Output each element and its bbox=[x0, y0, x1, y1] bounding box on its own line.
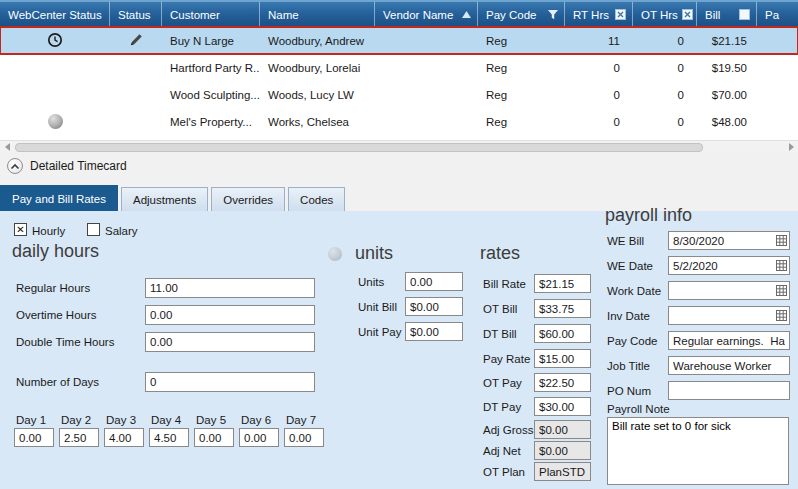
customer-cell: Hartford Party R... bbox=[162, 62, 260, 74]
timecard-row[interactable]: Hartford Party R... Woodbury, Lorelai Re… bbox=[0, 54, 798, 81]
we-date-input[interactable] bbox=[668, 256, 790, 275]
day6-input[interactable] bbox=[239, 428, 279, 447]
scrollbar-thumb[interactable] bbox=[15, 143, 703, 152]
payroll-note-textarea[interactable]: Bill rate set to 0 for sick bbox=[607, 417, 789, 485]
calendar-icon[interactable] bbox=[776, 285, 787, 299]
double-time-hours-label: Double Time Hours bbox=[16, 335, 114, 349]
column-header-vendor-name[interactable]: Vendor Name bbox=[375, 2, 478, 27]
column-header-customer[interactable]: Customer bbox=[162, 2, 260, 27]
tab-codes[interactable]: Codes bbox=[288, 187, 345, 211]
dt-pay-input[interactable] bbox=[534, 397, 591, 416]
units-input[interactable] bbox=[405, 272, 463, 291]
detail-tabs: Pay and Bill Rates Adjustments Overrides… bbox=[0, 185, 345, 211]
salary-checkbox[interactable] bbox=[87, 223, 100, 236]
column-header-pay-code[interactable]: Pay Code bbox=[478, 2, 565, 27]
adj-gross-label: Adj Gross bbox=[483, 423, 534, 437]
hourly-label: Hourly bbox=[32, 224, 65, 238]
collapse-detail-button[interactable] bbox=[7, 158, 23, 174]
pay-code-input[interactable] bbox=[668, 331, 790, 350]
timecard-app: { "grid": { "headers": { "webcenter": "W… bbox=[0, 0, 798, 489]
scroll-left-button[interactable] bbox=[0, 141, 14, 153]
day7-input[interactable] bbox=[284, 428, 324, 447]
day4-input[interactable] bbox=[149, 428, 189, 447]
clear-filter-icon[interactable] bbox=[611, 9, 626, 20]
pay-code-cell: Reg bbox=[478, 89, 565, 101]
column-label: RT Hrs bbox=[573, 9, 609, 21]
column-label: Vendor Name bbox=[383, 9, 453, 21]
pay-code-cell: Reg bbox=[478, 116, 565, 128]
unit-bill-input[interactable] bbox=[405, 297, 463, 316]
clear-filter-icon[interactable] bbox=[678, 9, 693, 20]
scroll-right-button[interactable] bbox=[784, 141, 798, 153]
webcenter-status-cell bbox=[0, 32, 110, 50]
we-bill-datefield bbox=[668, 231, 790, 250]
double-time-hours-input[interactable] bbox=[145, 332, 315, 352]
ot-pay-input[interactable] bbox=[534, 373, 591, 392]
po-num-input[interactable] bbox=[668, 381, 790, 400]
filter-icon[interactable] bbox=[544, 10, 558, 20]
day5-input[interactable] bbox=[194, 428, 234, 447]
tab-overrides[interactable]: Overrides bbox=[211, 187, 285, 211]
ot-bill-label: OT Bill bbox=[483, 302, 517, 316]
unit-pay-input[interactable] bbox=[405, 322, 463, 341]
bill-rate-label: Bill Rate bbox=[483, 277, 526, 291]
sort-asc-icon[interactable] bbox=[458, 11, 471, 18]
we-bill-input[interactable] bbox=[668, 231, 790, 250]
column-filter-box-icon[interactable] bbox=[735, 9, 750, 20]
horizontal-scrollbar[interactable] bbox=[0, 140, 798, 153]
timecard-row[interactable]: Wood Sculpting... Woods, Lucy LW Reg 0 0… bbox=[0, 81, 798, 108]
column-header-rt-hrs[interactable]: RT Hrs bbox=[565, 2, 633, 27]
column-label: Pay Code bbox=[486, 9, 537, 21]
pay-rate-label: Pay Rate bbox=[483, 352, 530, 366]
ot-pay-label: OT Pay bbox=[483, 376, 522, 390]
overtime-hours-input[interactable] bbox=[145, 305, 315, 325]
column-header-ot-hrs[interactable]: OT Hrs bbox=[633, 2, 697, 27]
customer-cell: Wood Sculpting... bbox=[162, 89, 260, 101]
dt-bill-input[interactable] bbox=[534, 324, 591, 343]
day6-label: Day 6 bbox=[241, 413, 271, 427]
column-header-webcenter-status[interactable]: WebCenter Status bbox=[0, 2, 110, 27]
column-label: Pa bbox=[765, 9, 779, 21]
customer-cell: Buy N Large bbox=[162, 35, 260, 47]
ot-bill-input[interactable] bbox=[534, 299, 591, 318]
column-header-name[interactable]: Name bbox=[260, 2, 375, 27]
column-header-pay[interactable]: Pa bbox=[757, 2, 798, 27]
chevron-up-icon bbox=[10, 159, 20, 173]
column-header-status[interactable]: Status bbox=[110, 2, 162, 27]
job-title-input[interactable] bbox=[668, 356, 790, 375]
calendar-icon[interactable] bbox=[776, 310, 787, 324]
regular-hours-label: Regular Hours bbox=[16, 281, 90, 295]
salary-label: Salary bbox=[105, 224, 138, 238]
calendar-icon[interactable] bbox=[776, 260, 787, 274]
rt-hrs-cell: 0 bbox=[565, 89, 633, 101]
work-date-input[interactable] bbox=[668, 281, 790, 300]
column-header-bill[interactable]: Bill bbox=[697, 2, 757, 27]
number-of-days-label: Number of Days bbox=[16, 375, 99, 389]
day3-input[interactable] bbox=[104, 428, 144, 447]
day5-label: Day 5 bbox=[196, 413, 226, 427]
hourly-checkbox[interactable] bbox=[14, 223, 27, 236]
column-label: OT Hrs bbox=[641, 9, 678, 21]
rt-hrs-cell: 0 bbox=[565, 116, 633, 128]
timecard-grid: Buy N Large Woodbury, Andrew Reg 11 0 $2… bbox=[0, 27, 798, 140]
pay-code-label: Pay Code bbox=[607, 334, 658, 348]
day2-label: Day 2 bbox=[61, 413, 91, 427]
day2-input[interactable] bbox=[59, 428, 99, 447]
ot-plan-field bbox=[534, 462, 591, 481]
calendar-icon[interactable] bbox=[776, 235, 787, 249]
number-of-days-input[interactable] bbox=[145, 372, 315, 392]
tab-adjustments[interactable]: Adjustments bbox=[121, 187, 208, 211]
bill-rate-input[interactable] bbox=[534, 274, 591, 293]
pay-code-cell: Reg bbox=[478, 35, 565, 47]
regular-hours-input[interactable] bbox=[145, 278, 315, 298]
timecard-row-selected[interactable]: Buy N Large Woodbury, Andrew Reg 11 0 $2… bbox=[0, 27, 798, 54]
column-label: Customer bbox=[170, 9, 220, 21]
job-title-label: Job Title bbox=[607, 359, 650, 373]
inv-date-input[interactable] bbox=[668, 306, 790, 325]
pay-rate-input[interactable] bbox=[534, 349, 591, 368]
po-num-label: PO Num bbox=[607, 384, 651, 398]
day1-input[interactable] bbox=[14, 428, 54, 447]
column-label: WebCenter Status bbox=[8, 9, 102, 21]
timecard-row[interactable]: Mel's Property... Works, Chelsea Reg 0 0… bbox=[0, 108, 798, 135]
tab-pay-and-bill-rates[interactable]: Pay and Bill Rates bbox=[0, 185, 118, 211]
